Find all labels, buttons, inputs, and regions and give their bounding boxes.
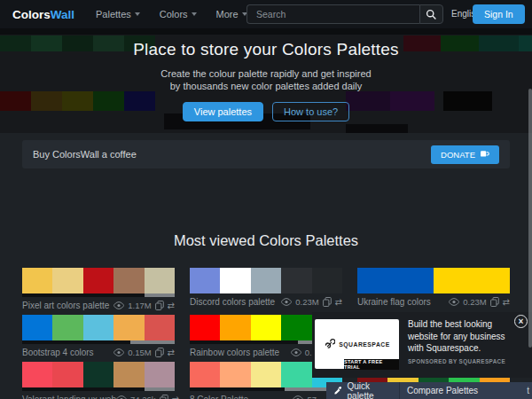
ad-cta-button[interactable]: START A FREE TRIAL: [344, 359, 399, 370]
views-eye-icon: [449, 298, 459, 306]
palette-meta: Valorant landing ux web 74.26k ⇄: [22, 394, 175, 399]
compare-icon[interactable]: ⇄: [335, 297, 342, 307]
color-swatch[interactable]: [83, 362, 113, 387]
color-swatch[interactable]: [190, 315, 220, 340]
palette-name-link[interactable]: Bootstrap 4 colors: [22, 348, 94, 357]
palette-stats: 1.17M ⇄: [113, 301, 175, 310]
color-swatch[interactable]: [190, 362, 220, 387]
color-swatch[interactable]: [52, 362, 82, 387]
palette-extra-row: [190, 387, 342, 391]
color-swatch[interactable]: [22, 268, 52, 293]
compare-icon[interactable]: ⇄: [172, 395, 179, 399]
extra-row-gray: [130, 340, 175, 344]
palette-name-link[interactable]: 8 Color Palette: [190, 395, 248, 399]
sponsored-ad: × SQUARESPACE START A FREE TRIAL Build t…: [312, 312, 532, 378]
color-swatch[interactable]: [190, 268, 220, 293]
copy-icon[interactable]: [155, 301, 164, 310]
quick-palette-tab[interactable]: Quick palette: [326, 382, 399, 399]
compare-icon[interactable]: ⇄: [503, 297, 510, 307]
palette-stats: 0.23M ⇄: [449, 297, 510, 307]
palette-swatches[interactable]: [22, 315, 175, 340]
color-swatch[interactable]: [83, 315, 113, 340]
color-swatch[interactable]: [281, 362, 311, 387]
view-palettes-button[interactable]: View palettes: [183, 102, 263, 121]
search-button[interactable]: [419, 4, 443, 24]
palette-meta: Discord colors palette 0.23M ⇄: [190, 296, 342, 307]
compare-palettes-tab[interactable]: Compare Palettes: [399, 382, 507, 399]
donate-banner: Buy ColorsWall a coffee DONATE: [22, 140, 510, 168]
color-swatch[interactable]: [113, 268, 144, 293]
color-swatch[interactable]: [22, 362, 52, 387]
logo-wall: Wall: [51, 8, 74, 21]
compare-icon[interactable]: ⇄: [168, 301, 175, 310]
extra-row-gray: [145, 293, 175, 297]
sign-in-button[interactable]: Sign In: [473, 4, 525, 24]
color-swatch[interactable]: [281, 315, 311, 340]
palette-card: Bootstrap 4 colors 0.15M ⇄: [22, 315, 175, 357]
color-swatch[interactable]: [220, 315, 250, 340]
extra-row-dark: [22, 340, 130, 344]
copy-icon[interactable]: [160, 395, 168, 399]
compare-icon[interactable]: ⇄: [168, 348, 175, 357]
menu-item-colors[interactable]: Colors: [160, 9, 197, 20]
palette-meta: Pixel art colors palette 1.17M ⇄: [22, 300, 175, 310]
logo[interactable]: ColorsWall: [12, 8, 74, 21]
color-swatch[interactable]: [312, 268, 342, 293]
page-scrollbar[interactable]: [528, 89, 532, 348]
color-swatch[interactable]: [357, 268, 434, 293]
menu-item-more[interactable]: More: [216, 9, 247, 20]
palette-meta: Ukraine flag colors 0.23M ⇄: [357, 296, 510, 307]
hero-bg-swatch: [346, 124, 408, 133]
views-eye-icon: [291, 348, 301, 356]
search-input[interactable]: [246, 4, 419, 24]
palette-card: Pixel art colors palette 1.17M ⇄: [22, 268, 175, 310]
palette-extra-row: [22, 387, 175, 391]
palette-name-link[interactable]: Pixel art colors palette: [22, 301, 109, 310]
page-title: Place to store your Colors Palettes: [0, 40, 532, 59]
donate-text: Buy ColorsWall a coffee: [33, 149, 137, 160]
palette-name-link[interactable]: Rainbow colors palette: [190, 348, 279, 357]
color-swatch[interactable]: [52, 268, 82, 293]
color-swatch[interactable]: [434, 268, 510, 293]
palette-meta: 8 Color Palette 57 ⇄: [190, 394, 342, 399]
palette-swatches[interactable]: [22, 268, 175, 293]
how-to-use-button[interactable]: How to use?: [272, 102, 349, 121]
color-swatch[interactable]: [281, 268, 311, 293]
copy-icon[interactable]: [323, 297, 332, 307]
views-eye-icon: [281, 298, 292, 306]
color-swatch[interactable]: [145, 362, 175, 387]
palette-name-link[interactable]: Valorant landing ux web: [22, 395, 116, 399]
extra-row-dark: [190, 340, 298, 344]
color-swatch[interactable]: [113, 315, 144, 340]
ad-logo-text: SQUARESPACE: [339, 341, 390, 348]
color-swatch[interactable]: [251, 268, 281, 293]
palette-swatches[interactable]: [190, 268, 342, 293]
palette-name-link[interactable]: Discord colors palette: [190, 297, 275, 307]
coffee-cup-icon: [480, 150, 489, 159]
palette-name-link[interactable]: Ukraine flag colors: [357, 297, 431, 307]
ad-headline[interactable]: Build the best looking website for any b…: [408, 318, 523, 355]
extra-row-dark: [22, 293, 145, 297]
color-swatch[interactable]: [251, 362, 281, 387]
color-swatch[interactable]: [145, 268, 175, 293]
hero-section: Place to store your Colors Palettes Crea…: [0, 28, 532, 133]
palette-stats: 0.15M ⇄: [113, 348, 175, 357]
copy-icon[interactable]: [155, 348, 164, 357]
color-swatch[interactable]: [145, 315, 175, 340]
palette-swatches[interactable]: [357, 268, 510, 293]
color-swatch[interactable]: [83, 268, 113, 293]
copy-icon[interactable]: [490, 297, 499, 307]
views-eye-icon: [113, 348, 124, 356]
color-swatch[interactable]: [220, 362, 250, 387]
color-swatch[interactable]: [251, 315, 281, 340]
views-eye-icon: [113, 301, 124, 309]
color-swatch[interactable]: [113, 362, 144, 387]
menu-item-palettes[interactable]: Palettes: [96, 9, 140, 20]
hero-subtitle: Create the colour palette rapidly and ge…: [0, 67, 532, 92]
palette-swatches[interactable]: [22, 362, 175, 387]
color-swatch[interactable]: [220, 268, 250, 293]
palette-card: Ukraine flag colors 0.23M ⇄: [357, 268, 510, 310]
color-swatch[interactable]: [52, 315, 82, 340]
donate-button[interactable]: DONATE: [431, 145, 499, 164]
color-swatch[interactable]: [22, 315, 52, 340]
